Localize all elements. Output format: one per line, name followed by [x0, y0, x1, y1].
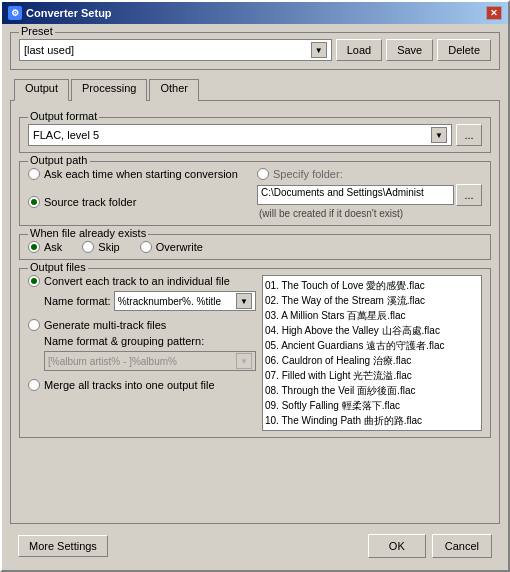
merge-radio-button[interactable]	[28, 379, 40, 391]
exists-row: Ask Skip Overwrite	[28, 241, 482, 253]
ask-radio-row: Ask each time when starting conversion	[28, 168, 253, 180]
preset-section: Preset [last used] ▼ Load Save Delete	[10, 32, 500, 70]
folder-section: C:\Documents and Settings\Administ ... (…	[257, 184, 482, 219]
name-format-value: %tracknumber%. %title	[118, 296, 221, 307]
tab-container: Output Processing Other Output format FL…	[10, 78, 500, 524]
convert-radio-label: Convert each track to an individual file	[44, 275, 230, 287]
preset-value: [last used]	[24, 44, 74, 56]
overwrite-exists-label: Overwrite	[156, 241, 203, 253]
delete-button[interactable]: Delete	[437, 39, 491, 61]
bottom-right-buttons: OK Cancel	[368, 534, 492, 558]
name-format-dropdown[interactable]: ▼	[236, 293, 252, 309]
output-format-row: FLAC, level 5 ▼ ...	[28, 124, 482, 146]
window-icon: ⚙	[8, 6, 22, 20]
name-format-row: Name format: %tracknumber%. %title ▼	[44, 291, 256, 311]
ask-radio-button[interactable]	[28, 168, 40, 180]
generate-radio-button[interactable]	[28, 319, 40, 331]
converter-setup-window: ⚙ Converter Setup ✕ Preset [last used] ▼…	[0, 0, 510, 572]
source-radio-button[interactable]	[28, 196, 40, 208]
load-button[interactable]: Load	[336, 39, 382, 61]
convert-radio-row: Convert each track to an individual file	[28, 275, 256, 287]
grouping-label: Name format & grouping pattern:	[44, 335, 204, 347]
name-format-input[interactable]: %tracknumber%. %title ▼	[114, 291, 256, 311]
title-bar-left: ⚙ Converter Setup	[8, 6, 112, 20]
grouping-value: [%album artist% - ]%album%	[48, 356, 177, 367]
format-browse-button[interactable]: ...	[456, 124, 482, 146]
output-path-label: Output path	[28, 154, 90, 166]
tab-processing[interactable]: Processing	[71, 79, 147, 101]
source-radio-row: Source track folder	[28, 184, 253, 219]
generate-radio-label: Generate multi-track files	[44, 319, 166, 331]
when-exists-label: When file already exists	[28, 227, 148, 239]
list-item: 06. Cauldron of Healing 治療.flac	[265, 353, 479, 368]
list-item: 07. Filled with Light 光芒流溢.flac	[265, 368, 479, 383]
output-path-group: Output path Ask each time when starting …	[19, 161, 491, 226]
output-files-group: Output files Convert each track to an in…	[19, 268, 491, 438]
skip-exists-radio[interactable]	[82, 241, 94, 253]
overwrite-exists-row: Overwrite	[140, 241, 203, 253]
preset-dropdown-arrow[interactable]: ▼	[311, 42, 327, 58]
more-settings-button[interactable]: More Settings	[18, 535, 108, 557]
output-format-group: Output format FLAC, level 5 ▼ ...	[19, 117, 491, 153]
specify-radio-label: Specify folder:	[273, 168, 343, 180]
save-button[interactable]: Save	[386, 39, 433, 61]
preset-label: Preset	[19, 25, 55, 37]
skip-exists-row: Skip	[82, 241, 119, 253]
format-value: FLAC, level 5	[33, 129, 99, 141]
tab-output[interactable]: Output	[14, 79, 69, 101]
name-format-label: Name format:	[44, 295, 111, 307]
convert-radio-button[interactable]	[28, 275, 40, 287]
list-item: 04. High Above the Valley 山谷高處.flac	[265, 323, 479, 338]
specify-radio-row: Specify folder:	[257, 168, 482, 180]
window-body: Preset [last used] ▼ Load Save Delete Ou…	[2, 24, 508, 570]
source-radio-label: Source track folder	[44, 196, 136, 208]
ok-button[interactable]: OK	[368, 534, 426, 558]
format-dropdown-arrow[interactable]: ▼	[431, 127, 447, 143]
ask-exists-row: Ask	[28, 241, 62, 253]
cancel-button[interactable]: Cancel	[432, 534, 492, 558]
output-format-label: Output format	[28, 110, 99, 122]
tabs-bar: Output Processing Other	[10, 78, 500, 100]
merge-radio-label: Merge all tracks into one output file	[44, 379, 215, 391]
grouping-row: [%album artist% - ]%album% ▼	[44, 351, 256, 371]
overwrite-exists-radio[interactable]	[140, 241, 152, 253]
list-item: 03. A Million Stars 百萬星辰.flac	[265, 308, 479, 323]
generate-radio-row: Generate multi-track files	[28, 319, 256, 331]
preset-row: [last used] ▼ Load Save Delete	[19, 39, 491, 61]
output-files-label: Output files	[28, 261, 88, 273]
bottom-bar: More Settings OK Cancel	[10, 530, 500, 562]
output-path-grid: Ask each time when starting conversion S…	[28, 168, 482, 219]
grouping-input[interactable]: [%album artist% - ]%album% ▼	[44, 351, 256, 371]
list-item: 02. The Way of the Stream 溪流.flac	[265, 293, 479, 308]
tab-content-output: Output format FLAC, level 5 ▼ ... Output…	[10, 100, 500, 524]
list-item: 05. Ancient Guardians 遠古的守護者.flac	[265, 338, 479, 353]
grouping-label-row: Name format & grouping pattern:	[44, 335, 256, 347]
merge-radio-row: Merge all tracks into one output file	[28, 379, 256, 391]
created-note: (will be created if it doesn't exist)	[259, 208, 482, 219]
list-item: 10. The Winding Path 曲折的路.flac	[265, 413, 479, 428]
title-bar: ⚙ Converter Setup ✕	[2, 2, 508, 24]
output-files-content: Convert each track to an individual file…	[28, 275, 482, 431]
skip-exists-label: Skip	[98, 241, 119, 253]
ask-radio-label: Ask each time when starting conversion	[44, 168, 238, 180]
format-combo[interactable]: FLAC, level 5 ▼	[28, 124, 452, 146]
ask-exists-radio[interactable]	[28, 241, 40, 253]
preview-box: 01. The Touch of Love 愛的感覺.flac02. The W…	[262, 275, 482, 431]
folder-row: C:\Documents and Settings\Administ ...	[257, 184, 482, 206]
output-files-left: Convert each track to an individual file…	[28, 275, 256, 431]
folder-input[interactable]: C:\Documents and Settings\Administ	[257, 185, 454, 205]
specify-radio-button[interactable]	[257, 168, 269, 180]
close-button[interactable]: ✕	[486, 6, 502, 20]
tab-other[interactable]: Other	[149, 79, 199, 101]
folder-browse-button[interactable]: ...	[456, 184, 482, 206]
window-title: Converter Setup	[26, 7, 112, 19]
grouping-dropdown: ▼	[236, 353, 252, 369]
preset-combo[interactable]: [last used] ▼	[19, 39, 332, 61]
list-item: 01. The Touch of Love 愛的感覺.flac	[265, 278, 479, 293]
when-exists-group: When file already exists Ask Skip Ove	[19, 234, 491, 260]
list-item: 08. Through the Veil 面紗後面.flac	[265, 383, 479, 398]
ask-exists-label: Ask	[44, 241, 62, 253]
list-item: 09. Softly Falling 輕柔落下.flac	[265, 398, 479, 413]
